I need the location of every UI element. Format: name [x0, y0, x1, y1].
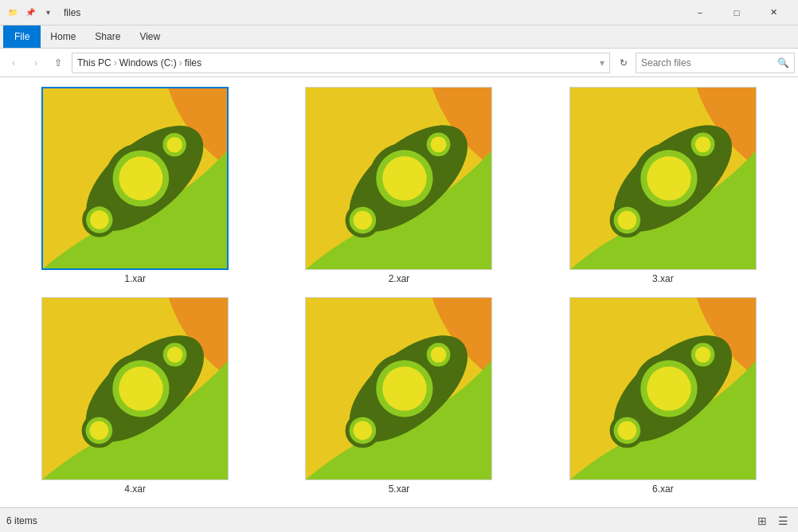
close-button[interactable]: ✕: [755, 0, 792, 25]
file-label: 6.xar: [652, 483, 674, 495]
address-bar[interactable]: This PC › Windows (C:) › files ▾: [72, 53, 610, 73]
folder-icon: ▾: [41, 6, 54, 19]
search-input[interactable]: [641, 57, 777, 68]
window-title: files: [64, 7, 682, 18]
file-thumbnail: [305, 87, 492, 270]
title-bar-icons: 📁 📌 ▾: [6, 6, 54, 19]
search-bar[interactable]: 🔍: [636, 53, 795, 73]
svg-point-15: [383, 156, 428, 201]
file-label: 3.xar: [652, 273, 674, 284]
svg-point-62: [694, 346, 710, 362]
maximize-button[interactable]: □: [718, 0, 755, 25]
svg-point-21: [354, 211, 373, 230]
svg-point-4: [119, 156, 163, 200]
file-item[interactable]: 5.xar: [273, 294, 524, 498]
nav-bar: ‹ › ⇧ This PC › Windows (C:) › files ▾ ↻…: [0, 49, 798, 77]
file-item[interactable]: 1.xar: [10, 84, 260, 288]
svg-point-32: [617, 211, 636, 230]
svg-point-18: [431, 136, 447, 152]
back-button[interactable]: ‹: [3, 53, 24, 73]
svg-point-10: [90, 210, 109, 229]
file-label: 5.xar: [389, 483, 410, 495]
content-area: 1.xar 2.xar: [0, 77, 798, 507]
file-label: 2.xar: [389, 273, 410, 284]
item-count: 6 items: [6, 515, 37, 526]
svg-point-51: [431, 346, 447, 362]
file-thumbnail: [41, 87, 229, 270]
title-bar: 📁 📌 ▾ files − □ ✕: [0, 0, 798, 25]
svg-point-48: [383, 366, 428, 411]
file-label: 1.xar: [124, 273, 146, 284]
large-icons-button[interactable]: ⊞: [753, 512, 771, 530]
details-view-button[interactable]: ☰: [774, 512, 792, 530]
file-item[interactable]: 4.xar: [10, 294, 260, 498]
view-icons: ⊞ ☰: [753, 512, 792, 530]
file-thumbnail: [41, 297, 229, 480]
search-icon: 🔍: [777, 57, 789, 68]
tab-view[interactable]: View: [130, 25, 170, 48]
svg-point-7: [166, 137, 182, 153]
app-icon: 📁: [6, 6, 19, 19]
file-thumbnail: [569, 297, 757, 480]
forward-button[interactable]: ›: [25, 53, 46, 73]
svg-point-59: [647, 366, 691, 411]
quick-access-icon: 📌: [24, 6, 37, 19]
svg-point-40: [167, 346, 183, 362]
status-bar: 6 items ⊞ ☰: [0, 507, 798, 532]
file-item[interactable]: 6.xar: [538, 294, 788, 498]
svg-point-29: [694, 136, 710, 152]
refresh-button[interactable]: ↻: [613, 53, 634, 73]
svg-point-65: [617, 421, 636, 440]
file-item[interactable]: 3.xar: [538, 84, 788, 288]
file-thumbnail: [305, 297, 492, 480]
breadcrumb-files: files: [185, 57, 201, 68]
file-item[interactable]: 2.xar: [273, 84, 524, 288]
svg-point-37: [119, 366, 163, 411]
minimize-button[interactable]: −: [682, 0, 718, 25]
svg-point-43: [90, 421, 109, 440]
up-button[interactable]: ⇧: [48, 53, 68, 73]
breadcrumb-windows: Windows (C:): [119, 57, 177, 68]
tab-home[interactable]: Home: [41, 25, 85, 48]
window-controls: − □ ✕: [682, 0, 792, 25]
ribbon-tabs: File Home Share View: [0, 25, 798, 48]
svg-point-26: [647, 156, 691, 201]
file-thumbnail: [569, 87, 757, 270]
tab-file[interactable]: File: [3, 25, 41, 48]
file-label: 4.xar: [124, 483, 146, 495]
tab-share[interactable]: Share: [85, 25, 130, 48]
svg-point-54: [354, 421, 373, 440]
breadcrumb-thispc: This PC: [77, 57, 111, 68]
address-dropdown-icon: ▾: [600, 57, 604, 68]
ribbon: File Home Share View: [0, 25, 798, 49]
